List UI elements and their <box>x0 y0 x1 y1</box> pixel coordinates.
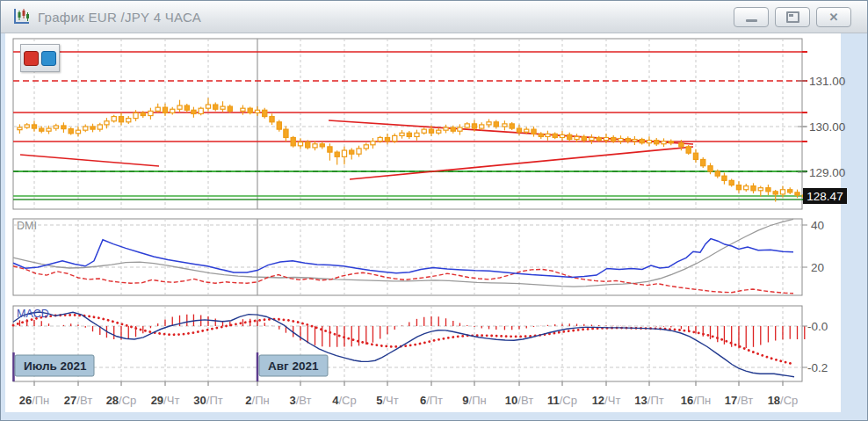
panel-frame-0 <box>13 39 802 209</box>
dmi-panel-label: DMI <box>17 220 37 232</box>
close-button[interactable]: ✕ <box>816 7 851 27</box>
date-tick-label: 13/Пт <box>634 394 663 407</box>
date-tick-label: 11/Ср <box>547 394 577 407</box>
minimize-button[interactable] <box>734 7 769 27</box>
price-axis-label: 130.00 <box>809 120 845 134</box>
date-tick-label: 17/Вт <box>725 394 753 407</box>
date-tick-label: 18/Ср <box>768 394 799 407</box>
date-tick-label: 30/Пт <box>193 394 222 407</box>
maximize-button[interactable] <box>775 7 810 27</box>
dmi-axis-label: 20 <box>811 261 824 274</box>
date-tick-label: 3/Вт <box>289 394 311 407</box>
maximize-icon <box>786 11 799 23</box>
date-tick-label: 2/Пн <box>245 394 269 407</box>
blue-marker-button[interactable] <box>41 51 56 66</box>
date-tick-label: 27/Вт <box>64 394 92 407</box>
last-price-label: 128.47 <box>807 190 843 203</box>
price-chart-canvas[interactable]: DMIMACD131.00130.00129.004020-0.0-0.2128… <box>1 33 867 420</box>
chart-window: График EUR /JPY 4 ЧАСА ✕ DMIMACD131.0013… <box>0 0 868 421</box>
window-title: График EUR /JPY 4 ЧАСА <box>38 10 201 25</box>
date-tick-label: 6/Пт <box>420 394 443 407</box>
month-label: Июль 2021 <box>24 359 87 373</box>
date-tick-label: 10/Вт <box>505 394 533 407</box>
date-tick-label: 29/Чт <box>151 394 180 407</box>
date-tick-label: 26/Пн <box>19 394 50 407</box>
date-tick-label: 5/Чт <box>376 394 399 407</box>
date-tick-label: 12/Чт <box>592 394 621 407</box>
close-icon: ✕ <box>829 11 839 23</box>
red-marker-button[interactable] <box>24 51 39 66</box>
panel-frame-2 <box>13 306 802 381</box>
macd-axis-label: -0.2 <box>807 361 828 374</box>
candlestick-chart-icon <box>11 7 31 26</box>
dmi-axis-label: 40 <box>811 219 824 232</box>
month-label: Авг 2021 <box>268 359 319 373</box>
chart-mini-toolbar <box>20 44 60 72</box>
date-tick-label: 28/Ср <box>106 394 137 407</box>
macd-axis-label: -0.0 <box>807 320 828 333</box>
date-tick-label: 16/Пн <box>681 394 712 407</box>
macd-panel-label: MACD <box>17 308 49 320</box>
date-tick-label: 9/Пн <box>462 394 486 407</box>
panel-frame-1 <box>13 219 802 295</box>
minimize-icon <box>746 19 757 22</box>
chart-area: DMIMACD131.00130.00129.004020-0.0-0.2128… <box>1 33 867 420</box>
price-axis-label: 129.00 <box>809 166 845 179</box>
date-tick-label: 4/Ср <box>332 394 356 407</box>
titlebar[interactable]: График EUR /JPY 4 ЧАСА ✕ <box>1 1 867 33</box>
price-axis-label: 131.00 <box>809 75 845 88</box>
